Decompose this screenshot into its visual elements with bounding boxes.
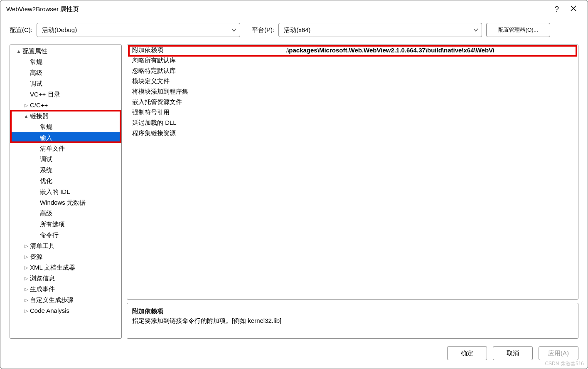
collapse-icon[interactable]: ▲ [23,111,29,121]
expand-icon[interactable]: ▷ [23,305,29,316]
property-pages-window: WebView2Browser 属性页 ? 配置(C): 活动(Debug) 平… [0,0,588,369]
tree-item[interactable]: 所有选项 [10,219,121,230]
tree-item[interactable]: ▲链接器 [10,111,121,121]
tree-item[interactable]: 调试 [10,154,121,165]
tree-item[interactable]: ▷C/C++ [10,100,121,111]
tree-item-label: 浏览信息 [30,273,55,284]
property-row[interactable]: 模块定义文件 [127,76,578,87]
tree-item[interactable]: 常规 [10,121,121,132]
tree-item[interactable]: ▷XML 文档生成器 [10,262,121,273]
property-grid[interactable]: 附加依赖项.\packages\Microsoft.Web.WebView2.1… [127,45,578,300]
tree-item-label: C/C++ [30,100,48,111]
tree-item-label: XML 文档生成器 [30,262,75,273]
property-label: 程序集链接资源 [127,129,283,137]
property-row[interactable]: 程序集链接资源 [127,128,578,139]
tree-item-label: VC++ 目录 [30,89,60,100]
tree-item[interactable]: 命令行 [10,230,121,240]
tree-item-label: 高级 [40,208,52,219]
tree-item[interactable]: 清单文件 [10,143,121,154]
tree-item-label: 系统 [40,165,52,176]
tree-item-label: 常规 [30,57,42,67]
tree-item-label: 配置属性 [22,46,47,57]
tree-item-label: 清单文件 [40,143,65,154]
expand-icon[interactable]: ▷ [23,273,29,284]
configuration-toolbar: 配置(C): 活动(Debug) 平台(P): 活动(x64) 配置管理器(O)… [0,18,588,45]
tree-item-label: 输入 [40,132,52,143]
description-body: 指定要添加到链接命令行的附加项。[例如 kernel32.lib] [132,317,573,325]
expand-icon[interactable]: ▷ [23,262,29,273]
dialog-footer: 确定 取消 应用(A) [0,341,588,369]
tree-item[interactable]: 系统 [10,165,121,176]
chevron-down-icon [473,27,478,32]
category-tree[interactable]: ▲配置属性常规高级调试VC++ 目录▷C/C++▲链接器常规输入清单文件调试系统… [10,45,122,339]
help-button[interactable]: ? [549,0,565,18]
tree-item-label: 资源 [30,251,42,262]
tree-item[interactable]: 高级 [10,208,121,219]
property-row[interactable]: 忽略所有默认库 [127,55,578,66]
tree-item[interactable]: ▷自定义生成步骤 [10,295,121,305]
tree-item-label: Code Analysis [30,305,69,316]
platform-value: 活动(x64) [284,26,310,34]
platform-label: 平台(P): [252,26,274,34]
close-icon [570,5,577,12]
titlebar: WebView2Browser 属性页 ? [0,0,588,18]
tree-item[interactable]: Windows 元数据 [10,197,121,208]
tree-item-label: 嵌入的 IDL [40,186,70,197]
collapse-icon[interactable]: ▲ [16,46,22,57]
tree-item[interactable]: 嵌入的 IDL [10,186,121,197]
tree-item[interactable]: 常规 [10,57,121,67]
property-row[interactable]: 附加依赖项.\packages\Microsoft.Web.WebView2.1… [127,45,578,55]
apply-button[interactable]: 应用(A) [539,346,578,360]
expand-icon[interactable]: ▷ [23,295,29,305]
property-label: 附加依赖项 [127,46,283,54]
configuration-label: 配置(C): [10,26,32,34]
property-label: 忽略特定默认库 [127,67,283,75]
tree-item[interactable]: 优化 [10,176,121,186]
tree-item[interactable]: ▲配置属性 [10,46,121,57]
configuration-manager-button[interactable]: 配置管理器(O)... [486,23,550,37]
tree-item[interactable]: ▷浏览信息 [10,273,121,284]
ok-button[interactable]: 确定 [447,346,487,360]
property-row[interactable]: 延迟加载的 DLL [127,118,578,128]
dialog-body: ▲配置属性常规高级调试VC++ 目录▷C/C++▲链接器常规输入清单文件调试系统… [0,45,588,341]
property-label: 忽略所有默认库 [127,57,283,64]
window-title: WebView2Browser 属性页 [6,5,549,13]
description-pane: 附加依赖项 指定要添加到链接命令行的附加项。[例如 kernel32.lib] [127,303,578,339]
property-label: 将模块添加到程序集 [127,88,283,96]
tree-item[interactable]: 调试 [10,78,121,89]
property-label: 强制符号引用 [127,109,283,116]
configuration-value: 活动(Debug) [42,26,77,34]
expand-icon[interactable]: ▷ [23,240,29,251]
tree-item-label: 常规 [40,121,52,132]
expand-icon[interactable]: ▷ [23,251,29,262]
property-row[interactable]: 将模块添加到程序集 [127,87,578,97]
description-title: 附加依赖项 [132,307,573,315]
tree-item-label: 调试 [30,78,42,89]
property-row[interactable]: 忽略特定默认库 [127,66,578,76]
tree-item-label: 链接器 [30,111,49,121]
tree-item-label: 清单工具 [30,240,55,251]
expand-icon[interactable]: ▷ [23,284,29,295]
tree-item-label: 调试 [40,154,52,165]
cancel-button[interactable]: 取消 [493,346,533,360]
platform-combo[interactable]: 活动(x64) [278,23,482,37]
tree-item[interactable]: VC++ 目录 [10,89,121,100]
tree-item[interactable]: 输入 [10,132,121,143]
tree-item-label: 生成事件 [30,284,55,295]
property-row[interactable]: 强制符号引用 [127,107,578,118]
close-button[interactable] [565,0,582,18]
property-label: 嵌入托管资源文件 [127,98,283,106]
tree-item-label: 命令行 [40,230,59,240]
expand-icon[interactable]: ▷ [23,100,29,111]
property-label: 延迟加载的 DLL [127,119,283,127]
property-value[interactable]: .\packages\Microsoft.Web.WebView2.1.0.66… [283,47,578,54]
tree-item[interactable]: ▷资源 [10,251,121,262]
tree-item[interactable]: 高级 [10,67,121,78]
tree-item-label: 高级 [30,67,42,78]
tree-item[interactable]: ▷清单工具 [10,240,121,251]
tree-item[interactable]: ▷Code Analysis [10,305,121,316]
tree-item[interactable]: ▷生成事件 [10,284,121,295]
chevron-down-icon [231,27,236,32]
property-row[interactable]: 嵌入托管资源文件 [127,97,578,107]
configuration-combo[interactable]: 活动(Debug) [37,23,240,37]
